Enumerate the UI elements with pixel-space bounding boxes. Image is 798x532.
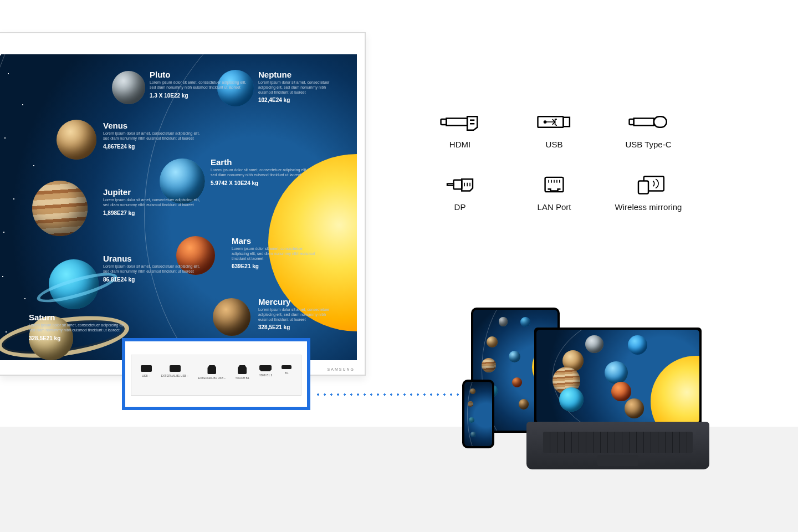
displayport-icon bbox=[437, 173, 483, 196]
planet-mass: 4,867E24 kg bbox=[103, 144, 203, 150]
planet-desc: Lorem ipsum dolor sit amet, consectetuer… bbox=[211, 168, 310, 178]
planet-entry-mars: Mars Lorem ipsum dolor sit amet, consect… bbox=[232, 236, 320, 269]
planet-name: Mercury bbox=[258, 297, 341, 306]
port-hdmi: HDMI B1 2 bbox=[259, 365, 272, 377]
planet-name: Neptune bbox=[258, 70, 341, 79]
laptop-screen bbox=[534, 328, 702, 425]
port-external-usb-2: EXTERNAL B1 USB ⎓ bbox=[198, 365, 226, 380]
planet-desc: Lorem ipsum dolor sit amet, consectetuer… bbox=[258, 80, 341, 95]
connectivity-label: DP bbox=[454, 202, 466, 212]
connectivity-label: USB Type-C bbox=[625, 140, 671, 149]
planet-entry-uranus: Uranus Lorem ipsum dolor sit amet, conse… bbox=[103, 254, 203, 283]
product-marketing-image: Pluto Lorem ipsum dolor sit amet, consec… bbox=[0, 0, 798, 532]
planet-desc: Lorem ipsum dolor sit amet, consectetuer… bbox=[232, 247, 320, 261]
planet-venus-illustration bbox=[57, 120, 96, 160]
usb-b-icon bbox=[238, 365, 247, 374]
planet-desc: Lorem ipsum dolor sit amet, consectetuer… bbox=[258, 308, 341, 322]
svg-rect-6 bbox=[545, 177, 564, 192]
brand-label: SAMSUNG bbox=[328, 367, 355, 371]
connectivity-usb-c: USB Type-C bbox=[610, 111, 687, 149]
planet-entry-earth: Earth Lorem ipsum dolor sit amet, consec… bbox=[211, 157, 310, 186]
port-label: EXTERNAL B1 USB ⎓ bbox=[198, 376, 226, 380]
usb-icon bbox=[531, 111, 577, 133]
planet-name: Venus bbox=[103, 121, 203, 130]
port-label: TOUCH B1 bbox=[236, 376, 249, 380]
svg-rect-8 bbox=[638, 181, 648, 193]
connectivity-label: USB bbox=[546, 140, 563, 149]
planet-name: Earth bbox=[211, 157, 310, 167]
usb-c-icon bbox=[626, 111, 671, 133]
port-label: B1 bbox=[285, 371, 288, 375]
wireless-mirroring-icon bbox=[626, 173, 671, 196]
laptop-trackpad bbox=[597, 455, 638, 466]
port-usbc: B1 bbox=[282, 365, 291, 375]
connectivity-label: LAN Port bbox=[538, 202, 571, 212]
connectivity-lan: LAN Port bbox=[515, 173, 593, 212]
planet-pluto-illustration bbox=[112, 71, 145, 104]
planet-name: Pluto bbox=[150, 70, 249, 79]
planet-mercury-illustration bbox=[213, 298, 250, 336]
hdmi-icon bbox=[259, 365, 272, 371]
planet-mass: 1.3 X 10E22 kg bbox=[150, 93, 249, 99]
laptop-keyboard bbox=[543, 432, 693, 453]
phone-screen-content bbox=[464, 382, 492, 446]
laptop-device bbox=[526, 328, 709, 469]
interactive-display-device: Pluto Lorem ipsum dolor sit amet, consec… bbox=[0, 32, 366, 376]
planet-desc: Lorem ipsum dolor sit amet, consectetuer… bbox=[103, 198, 203, 208]
connectivity-label: Wireless mirroring bbox=[615, 202, 682, 212]
planet-desc: Lorem ipsum dolor sit amet, consectetuer… bbox=[29, 323, 129, 333]
ports-panel: USB ⎓ EXTERNAL B1 USB ⎓ EXTERNAL B1 USB … bbox=[131, 355, 301, 396]
mirrored-devices bbox=[460, 308, 709, 485]
planet-mass: 5.9742 X 10E24 kg bbox=[211, 180, 310, 186]
port-usb: USB ⎓ bbox=[141, 365, 152, 377]
port-external-usb-1: EXTERNAL B1 USB ⎓ bbox=[161, 365, 189, 377]
planet-desc: Lorem ipsum dolor sit amet, consectetuer… bbox=[103, 131, 203, 141]
hdmi-icon bbox=[437, 111, 483, 133]
svg-rect-0 bbox=[441, 119, 447, 125]
planet-entry-pluto: Pluto Lorem ipsum dolor sit amet, consec… bbox=[150, 70, 249, 99]
connectivity-dp: DP bbox=[421, 173, 499, 212]
svg-point-2 bbox=[544, 121, 546, 122]
planet-name: Mars bbox=[232, 236, 320, 245]
planet-entry-saturn: Saturn Lorem ipsum dolor sit amet, conse… bbox=[29, 313, 129, 341]
planet-name: Saturn bbox=[29, 313, 129, 322]
usb-a-icon bbox=[141, 365, 152, 372]
planet-mass: 328,5E21 kg bbox=[258, 324, 341, 330]
connectivity-usb: USB bbox=[515, 111, 593, 149]
planet-desc: Lorem ipsum dolor sit amet, consectetuer… bbox=[103, 264, 203, 274]
laptop-screen-content bbox=[536, 330, 699, 423]
usb-b-icon bbox=[207, 365, 216, 374]
planet-mass: 328,5E21 kg bbox=[29, 335, 129, 341]
svg-rect-4 bbox=[654, 116, 667, 127]
planet-entry-venus: Venus Lorem ipsum dolor sit amet, consec… bbox=[103, 121, 203, 150]
phone-device bbox=[462, 380, 494, 448]
port-label: EXTERNAL B1 USB ⎓ bbox=[161, 374, 189, 377]
port-label: USB ⎓ bbox=[142, 374, 150, 377]
port-touch: TOUCH B1 bbox=[236, 365, 249, 380]
connectivity-options: HDMI USB USB Type-C DP LAN Port Wireless… bbox=[421, 111, 687, 212]
usb-c-icon bbox=[282, 365, 291, 369]
connectivity-wireless-mirroring: Wireless mirroring bbox=[610, 173, 687, 212]
connectivity-hdmi: HDMI bbox=[421, 111, 499, 149]
connection-dotted-line bbox=[315, 393, 481, 396]
planet-entry-neptune: Neptune Lorem ipsum dolor sit amet, cons… bbox=[258, 70, 341, 103]
svg-rect-5 bbox=[454, 180, 462, 189]
lan-port-icon bbox=[531, 173, 577, 196]
planet-desc: Lorem ipsum dolor sit amet, consectetuer… bbox=[150, 80, 249, 90]
planet-name: Jupiter bbox=[103, 187, 203, 197]
port-label: HDMI B1 2 bbox=[259, 374, 272, 377]
laptop-base bbox=[526, 422, 709, 469]
usb-a-icon bbox=[170, 365, 181, 372]
planet-entry-mercury: Mercury Lorem ipsum dolor sit amet, cons… bbox=[258, 297, 341, 330]
planet-entry-jupiter: Jupiter Lorem ipsum dolor sit amet, cons… bbox=[103, 187, 203, 216]
ports-panel-callout: USB ⎓ EXTERNAL B1 USB ⎓ EXTERNAL B1 USB … bbox=[122, 338, 310, 410]
planet-uranus-illustration bbox=[49, 259, 99, 309]
display-screen-content: Pluto Lorem ipsum dolor sit amet, consec… bbox=[0, 54, 357, 360]
planet-mass: 102,4E24 kg bbox=[258, 97, 341, 103]
planet-mass: 639E21 kg bbox=[232, 263, 320, 269]
connectivity-label: HDMI bbox=[449, 140, 470, 149]
planet-jupiter-illustration bbox=[32, 181, 88, 236]
planet-mass: 1,898E27 kg bbox=[103, 210, 203, 216]
planet-mass: 86,81E24 kg bbox=[103, 277, 203, 283]
planet-name: Uranus bbox=[103, 254, 203, 263]
